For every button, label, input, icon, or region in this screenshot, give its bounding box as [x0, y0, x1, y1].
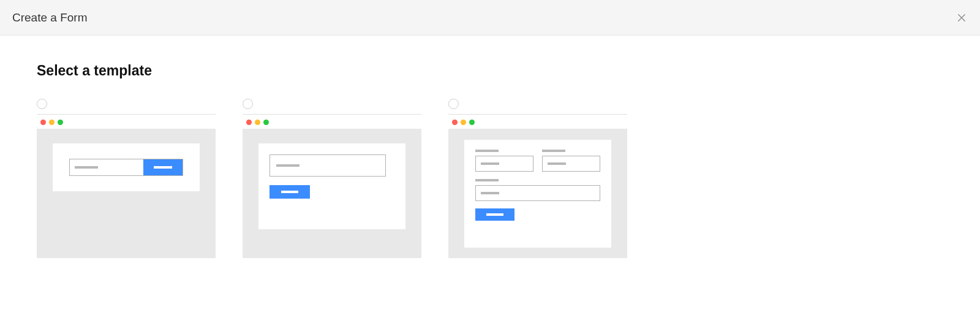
traffic-light-yellow-icon	[461, 120, 466, 125]
preview-field-label-icon	[475, 150, 499, 152]
close-icon	[956, 12, 967, 23]
preview-submit-button	[143, 159, 183, 175]
preview-button-label-icon	[154, 166, 172, 169]
window-chrome	[243, 120, 421, 125]
preview-input	[542, 156, 600, 172]
preview-block	[475, 179, 600, 201]
traffic-light-red-icon	[452, 120, 458, 125]
preview-placeholder-icon	[75, 166, 98, 169]
close-button[interactable]	[956, 12, 968, 24]
preview-submit-button	[270, 185, 310, 199]
traffic-light-green-icon	[469, 120, 475, 125]
preview-field-label-icon	[542, 150, 565, 152]
preview-input	[475, 185, 600, 201]
section-title: Select a template	[37, 63, 943, 79]
template-grid	[37, 99, 943, 258]
template-radio-row	[37, 99, 216, 115]
traffic-light-green-icon	[263, 120, 269, 125]
template-preview	[37, 129, 216, 258]
preview-panel	[464, 140, 611, 248]
traffic-light-yellow-icon	[255, 120, 260, 125]
preview-input-wrapper	[69, 159, 183, 176]
preview-panel	[258, 143, 405, 229]
template-preview	[243, 129, 421, 258]
preview-field-label-icon	[475, 179, 499, 181]
preview-col	[542, 150, 600, 172]
preview-panel	[53, 143, 200, 191]
radio-input[interactable]	[448, 99, 459, 109]
template-preview	[448, 129, 627, 258]
modal-title: Create a Form	[12, 11, 87, 25]
preview-button-label-icon	[281, 191, 298, 193]
window-chrome	[448, 120, 627, 125]
modal-body: Select a template	[0, 36, 980, 258]
radio-input[interactable]	[37, 99, 47, 109]
preview-placeholder-icon	[481, 192, 499, 194]
template-option-multi[interactable]	[448, 99, 627, 258]
window-chrome	[37, 120, 216, 125]
template-radio-row	[448, 99, 627, 115]
preview-input	[270, 154, 386, 177]
preview-placeholder-icon	[548, 162, 566, 165]
template-option-inline[interactable]	[37, 99, 216, 258]
template-radio-row	[243, 99, 421, 115]
preview-placeholder-icon	[276, 164, 300, 167]
radio-input[interactable]	[243, 99, 253, 109]
preview-input	[475, 156, 533, 172]
preview-placeholder-icon	[481, 162, 499, 165]
preview-button-label-icon	[486, 213, 503, 216]
preview-col	[475, 150, 533, 172]
traffic-light-red-icon	[246, 120, 252, 125]
preview-submit-button	[475, 208, 514, 221]
template-option-stacked[interactable]	[243, 99, 421, 258]
traffic-light-yellow-icon	[49, 120, 55, 125]
traffic-light-green-icon	[58, 120, 63, 125]
preview-row	[475, 150, 600, 172]
modal-header: Create a Form	[0, 0, 980, 36]
traffic-light-red-icon	[40, 120, 46, 125]
